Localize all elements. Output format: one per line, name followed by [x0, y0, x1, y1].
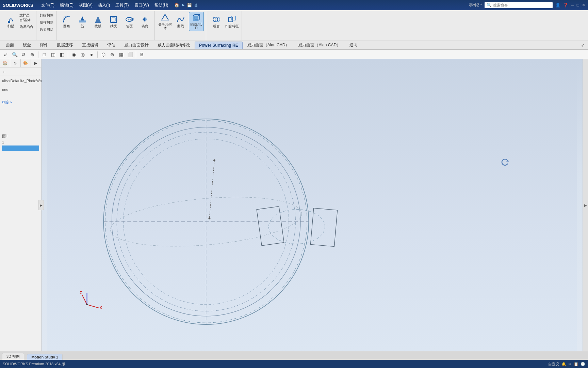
- toolbar-group-combine: 组合 扣合特征: [207, 11, 242, 40]
- menu-tools[interactable]: 工具(T): [113, 2, 131, 9]
- tab-reverse[interactable]: 逆向: [345, 41, 362, 49]
- sec-select-icon[interactable]: ⊕: [29, 51, 36, 58]
- svg-point-34: [209, 217, 211, 219]
- curves-label: 曲线: [177, 24, 184, 28]
- lp-tab3[interactable]: 🎨: [21, 59, 31, 67]
- secondary-toolbar: ↙ 🔍 ↺ ⊕ □ ◫ ◧ ◉ ◎ ● ⬡ ⊛ ▦ ⬜ 🖥: [0, 50, 588, 59]
- menu-window[interactable]: 窗口(W): [132, 2, 151, 9]
- infobar-custom-label: 自定义: [548, 362, 559, 367]
- boundary-label: 边界凸台: [20, 25, 33, 29]
- toolbar-group-ref: 参考几何体 曲线: [156, 11, 206, 40]
- sec-box-icon[interactable]: □: [40, 51, 48, 58]
- sec-circle-icon[interactable]: ◎: [79, 51, 86, 58]
- scan-cut-label: 扫描切除: [40, 13, 53, 18]
- round-corner-label: 圆角: [63, 24, 70, 28]
- tab-alan-cad2[interactable]: 威力曲面（Alan CAD）: [294, 41, 345, 49]
- sec-square-icon[interactable]: ⬜: [126, 51, 134, 58]
- fangyang-cut-button[interactable]: 放样切除: [39, 19, 54, 26]
- curves-button[interactable]: 曲线: [173, 12, 188, 31]
- infobar-icon2[interactable]: ⚙: [568, 362, 572, 366]
- wrap-button[interactable]: 包覆 包覆: [122, 12, 137, 31]
- search-input[interactable]: [493, 3, 548, 7]
- intersect-button[interactable]: 扣合特征: [225, 12, 240, 31]
- ref-geom-button[interactable]: 参考几何体: [158, 12, 173, 31]
- svg-marker-11: [145, 17, 147, 22]
- lp-tab2[interactable]: ⊕: [10, 59, 20, 67]
- panel-expander[interactable]: ▶: [38, 200, 44, 210]
- menu-help[interactable]: 帮助(H): [152, 2, 171, 9]
- sec-divider1: [38, 51, 38, 58]
- search-box[interactable]: 🔍: [485, 2, 553, 8]
- combine-label: 组合: [213, 24, 220, 28]
- min-button[interactable]: ─: [571, 3, 574, 7]
- help-icon[interactable]: ❓: [563, 3, 568, 7]
- boundary-cut-button[interactable]: 边界切除: [39, 26, 54, 33]
- menu-edit[interactable]: 编辑(E): [58, 2, 76, 9]
- combine-button[interactable]: 组合: [209, 12, 224, 31]
- scan-button[interactable]: 扫描: [3, 12, 18, 31]
- mirror-label: 镜向: [142, 24, 148, 28]
- sec-star-icon[interactable]: ⊛: [109, 51, 116, 58]
- round-corner-button[interactable]: 圆角: [59, 12, 74, 31]
- fangyang-button[interactable]: 放样凸台/基体: [19, 13, 34, 22]
- sec-divider3: [97, 51, 98, 58]
- sec-hex-icon[interactable]: ⬡: [100, 51, 107, 58]
- tab-power-modify[interactable]: 威力曲面结构修改: [153, 41, 195, 49]
- mirror-button[interactable]: 镜向: [137, 12, 152, 31]
- sec-dot-icon[interactable]: ●: [88, 51, 95, 58]
- left-panel-tabs: 🏠 ⊕ 🎨 ▶: [0, 59, 41, 67]
- sec-zoom-icon[interactable]: 🔍: [11, 51, 18, 58]
- sec-rotate-icon[interactable]: ↺: [20, 51, 27, 58]
- tab-power-surfacing-re[interactable]: Power Surfacing RE: [195, 42, 243, 49]
- draft-button[interactable]: 拔模: [91, 12, 105, 31]
- instant3d-button[interactable]: Instant3D: [189, 12, 204, 31]
- lp-label2: 指定>: [2, 100, 39, 105]
- sec-monitor-icon[interactable]: 🖥: [138, 51, 146, 58]
- tab-sheet[interactable]: 钣金: [18, 41, 35, 49]
- infobar-icon1[interactable]: 🔔: [561, 362, 566, 366]
- lp-tab-expand[interactable]: ▶: [31, 59, 41, 67]
- intersect-label: 扣合特征: [225, 24, 239, 28]
- sec-sphere-icon[interactable]: ◉: [70, 51, 78, 58]
- boundary-button[interactable]: 边界凸台: [19, 22, 34, 31]
- quick-access-print[interactable]: 🖨: [194, 3, 198, 7]
- sec-grid-icon[interactable]: ▦: [117, 51, 125, 58]
- close-button[interactable]: ✕: [582, 3, 585, 7]
- quick-access-home[interactable]: 🏠: [174, 3, 179, 7]
- menu-file[interactable]: 文件(F): [39, 2, 57, 9]
- sec-box3-icon[interactable]: ◧: [58, 51, 66, 58]
- quick-access-save[interactable]: 💾: [187, 3, 192, 7]
- max-button[interactable]: □: [577, 3, 579, 7]
- tab-mianpan[interactable]: 曲面: [1, 41, 18, 49]
- sec-box2-icon[interactable]: ◫: [49, 51, 57, 58]
- tab-data-migrate[interactable]: 数据迁移: [52, 41, 78, 49]
- menu-view[interactable]: 视图(V): [77, 2, 95, 9]
- scan-cut-button[interactable]: 扫描切除: [39, 12, 54, 19]
- tab-power-design[interactable]: 威力曲面设计: [120, 41, 153, 49]
- tab-direct-edit[interactable]: 直接编辑: [78, 41, 103, 49]
- svg-text:Z: Z: [80, 291, 82, 295]
- rib-button[interactable]: 筋: [75, 12, 90, 31]
- status-tab-3d[interactable]: 3D 视图: [2, 353, 24, 360]
- ref-geom-icon: [160, 13, 170, 22]
- status-tab-motion[interactable]: Motion Study 1: [27, 354, 63, 360]
- tab-weld[interactable]: 焊件: [35, 41, 52, 49]
- mirror-icon: [140, 15, 150, 24]
- boundary-cut-label: 边界切除: [40, 27, 53, 32]
- infobar-icon3[interactable]: 📋: [574, 362, 578, 366]
- tab-evaluate[interactable]: 评估: [103, 41, 120, 49]
- fangyang-label: 放样凸台/基体: [19, 13, 34, 22]
- viewport[interactable]: Z X: [42, 59, 583, 351]
- sec-move-icon[interactable]: ↙: [2, 51, 10, 58]
- menu-bar: 文件(F) 编辑(E) 视图(V) 插入(I) 工具(T) 窗口(W) 帮助(H…: [39, 2, 198, 9]
- tab-expand-icon[interactable]: ⤢: [579, 43, 587, 48]
- tab-alan-cad1[interactable]: 威力曲面（Alan CAD）: [243, 41, 294, 49]
- lp-tab1[interactable]: 🏠: [0, 59, 10, 67]
- right-collapse-handle[interactable]: ▶: [583, 59, 588, 351]
- quick-access-arrow[interactable]: ➤: [181, 3, 185, 7]
- svg-text:X: X: [100, 306, 102, 310]
- left-panel: 🏠 ⊕ 🎨 ▶ ← ult<<Default>_PhotoWorks ons 指…: [0, 59, 42, 351]
- menu-insert[interactable]: 插入(I): [96, 2, 112, 9]
- shell-button[interactable]: 抽壳: [106, 12, 121, 31]
- user-icon[interactable]: 👤: [555, 3, 560, 7]
